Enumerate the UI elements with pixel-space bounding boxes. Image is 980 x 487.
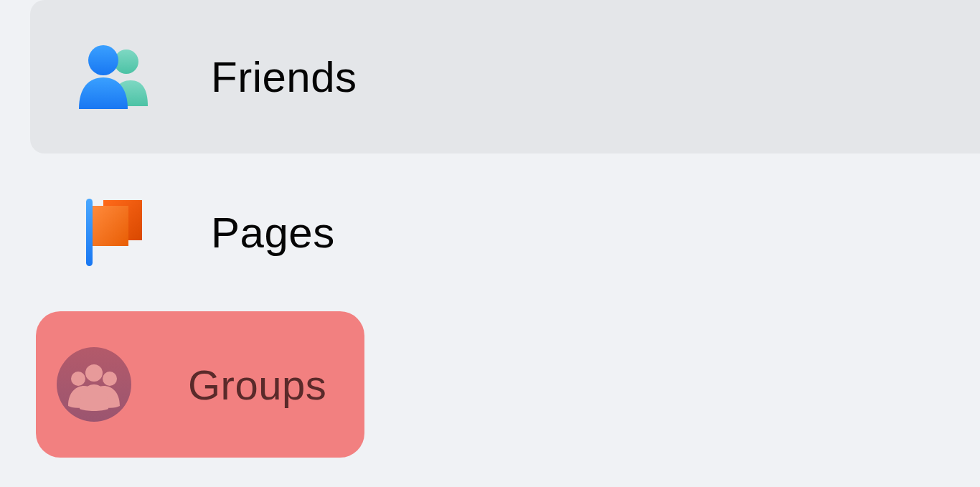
- sidebar-nav: Friends: [0, 0, 980, 311]
- svg-point-7: [71, 372, 85, 386]
- svg-rect-2: [86, 199, 93, 266]
- pages-icon: [75, 193, 154, 272]
- sidebar-item-label: Friends: [211, 52, 357, 102]
- sidebar-item-label: Groups: [188, 361, 326, 409]
- sidebar-item-groups[interactable]: Groups: [36, 311, 364, 458]
- svg-point-8: [103, 372, 117, 386]
- groups-icon: [55, 345, 133, 424]
- svg-rect-4: [93, 206, 128, 246]
- svg-point-6: [85, 364, 103, 382]
- sidebar-item-label: Pages: [211, 208, 335, 257]
- sidebar-item-pages[interactable]: Pages: [22, 153, 980, 311]
- friends-icon: [75, 37, 154, 116]
- sidebar-item-friends[interactable]: Friends: [30, 0, 980, 153]
- svg-point-1: [88, 45, 118, 75]
